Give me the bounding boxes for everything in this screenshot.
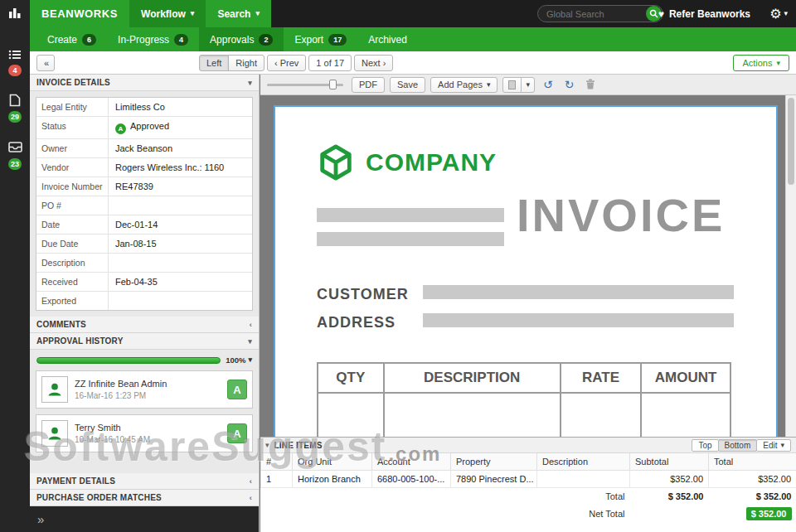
left-pane-button[interactable]: Left [199, 55, 229, 71]
approver-name: Terry Smith [75, 423, 221, 433]
section-purchase-order-matches[interactable]: PURCHASE ORDER MATCHES ‹ [30, 490, 259, 506]
approved-badge: A [227, 380, 247, 399]
add-pages-label: Add Pages [438, 80, 483, 89]
tab-create[interactable]: Create 6 [36, 27, 107, 51]
line-items-table: # Org Unit Account Property Description … [260, 453, 796, 523]
collapse-panel-button[interactable]: « [36, 55, 55, 71]
net-total-badge: $ 352.00 [746, 507, 792, 520]
zoom-slider[interactable] [267, 79, 343, 90]
cube-logo-icon [317, 143, 355, 181]
tasks-count: 4 [0, 61, 30, 76]
net-total-row: Net Total $ 352.00 [261, 505, 796, 523]
line-item-row[interactable]: 1 Horizon Branch 6680-005-100-... 7890 P… [261, 470, 796, 487]
doc-cell [641, 393, 730, 437]
tab-export[interactable]: Export 17 [284, 27, 357, 51]
col-subtotal[interactable]: Subtotal [630, 453, 709, 470]
add-pages-button[interactable]: Add Pages ▾ [430, 77, 498, 93]
refer-beanworks-link[interactable]: ♥ Refer Beanworks [658, 0, 750, 27]
field-label: Legal Entity [36, 98, 108, 116]
rotate-left-button[interactable]: ↺ [540, 79, 556, 90]
field-row: Exported [36, 292, 252, 310]
section-comments[interactable]: COMMENTS ‹ [30, 317, 259, 333]
reports-nav-item[interactable] [0, 7, 30, 22]
doc-cell [318, 393, 384, 437]
chevron-down-icon: ▾ [255, 10, 260, 17]
global-search [537, 5, 663, 22]
vertical-scrollbar[interactable] [785, 95, 796, 437]
heart-icon: ♥ [658, 8, 664, 20]
field-value: RE47839 [108, 177, 252, 196]
global-search-input[interactable] [538, 9, 646, 19]
col-total[interactable]: Total [709, 453, 796, 470]
total-subtotal-value: $ 352.00 [630, 487, 709, 505]
dock-bottom-button[interactable]: Bottom [718, 439, 758, 452]
caret-down-icon[interactable]: ▾ [265, 441, 269, 449]
exports-badge: 23 [8, 158, 22, 170]
col-org-unit[interactable]: Org Unit [293, 453, 372, 470]
document-line-table: QTY DESCRIPTION RATE AMOUNT [317, 362, 731, 437]
invoice-document-page[interactable]: COMPANY INVOICE CUSTOMER ADDRESS QTY DES… [274, 105, 778, 437]
bar-chart-icon [8, 7, 22, 18]
line-items-title: LINE ITEMS [274, 441, 323, 450]
document-icon [9, 94, 21, 107]
dock-top-button[interactable]: Top [692, 439, 718, 452]
expand-panel-button[interactable]: » [37, 512, 44, 526]
page-tools-split-button: ▾ [502, 77, 535, 93]
col-number[interactable]: # [261, 453, 293, 470]
approval-entry: ZZ Infinite Bean Admin 16-Mar-16 1:23 PM… [36, 370, 253, 409]
invoices-badge: 29 [8, 111, 22, 123]
right-pane-button[interactable]: Right [228, 55, 265, 71]
field-row: DateDec-01-14 [36, 215, 252, 235]
field-value: Rogers Wireless Inc.: 1160 [108, 158, 252, 177]
section-approval-history[interactable]: APPROVAL HISTORY ▾ [30, 333, 259, 350]
net-total-cell: $ 352.00 [709, 505, 796, 523]
tab-approvals[interactable]: Approvals 2 [199, 27, 284, 51]
person-icon [46, 425, 63, 442]
total-label: Total [261, 487, 630, 505]
scrollbar-thumb[interactable] [788, 98, 794, 185]
menu-workflow[interactable]: Workflow ▾ [129, 0, 206, 27]
pdf-button[interactable]: PDF [352, 77, 385, 93]
field-row: StatusAApproved [36, 117, 252, 139]
rotate-right-button[interactable]: ↻ [561, 79, 578, 90]
section-invoice-details[interactable]: INVOICE DETAILS ▾ [30, 75, 259, 91]
invoice-side-panel: INVOICE DETAILS ▾ Legal EntityLimitless … [30, 75, 260, 532]
next-page-button[interactable]: Next › [354, 55, 393, 71]
zoom-slider-thumb[interactable] [329, 80, 337, 89]
delete-page-button[interactable] [582, 79, 599, 91]
edit-button[interactable]: Edit ▾ [756, 439, 791, 452]
search-menu-label: Search [217, 8, 250, 20]
field-row: Due DateJan-08-15 [36, 235, 252, 254]
person-icon [46, 381, 63, 398]
document-logo-row: COMPANY [317, 143, 497, 181]
chevron-down-icon: ▾ [780, 442, 784, 449]
actions-label: Actions [742, 58, 772, 68]
approval-progress-label[interactable]: 100%▾ [226, 355, 252, 365]
prev-page-button[interactable]: ‹ Prev [267, 55, 306, 71]
double-chevron-right-icon: » [37, 512, 44, 526]
settings-menu[interactable]: ⚙ ▾ [769, 0, 788, 27]
approval-history-body: 100%▾ ZZ Infinite Bean Admin 16-Mar-16 1… [30, 350, 259, 473]
approver-info: ZZ Infinite Bean Admin 16-Mar-16 1:23 PM [75, 379, 221, 400]
approval-date: 16-Mar-16 1:23 PM [75, 391, 221, 400]
field-value [108, 254, 252, 272]
exports-nav-item[interactable] [0, 141, 30, 156]
tab-in-progress[interactable]: In-Progress 4 [107, 27, 199, 51]
save-button[interactable]: Save [390, 77, 425, 93]
section-payment-details[interactable]: PAYMENT DETAILS ‹ [30, 473, 259, 490]
field-label: Vendor [36, 158, 108, 177]
col-account[interactable]: Account [372, 453, 451, 470]
col-property[interactable]: Property [451, 453, 537, 470]
cell-account: 6680-005-100-... [372, 470, 451, 487]
actions-button[interactable]: Actions ▾ [733, 55, 789, 71]
chevron-left-icon: ‹ [250, 321, 252, 329]
page-thumbnail-button[interactable] [502, 77, 522, 93]
tab-archived[interactable]: Archived [357, 27, 418, 51]
panel-footer: » [30, 506, 259, 532]
field-label: PO # [36, 196, 108, 215]
tab-in-progress-label: In-Progress [118, 34, 169, 46]
tab-create-label: Create [47, 34, 77, 46]
page-tools-dropdown[interactable]: ▾ [521, 77, 535, 93]
menu-search[interactable]: Search ▾ [206, 0, 271, 27]
col-description[interactable]: Description [537, 453, 630, 470]
